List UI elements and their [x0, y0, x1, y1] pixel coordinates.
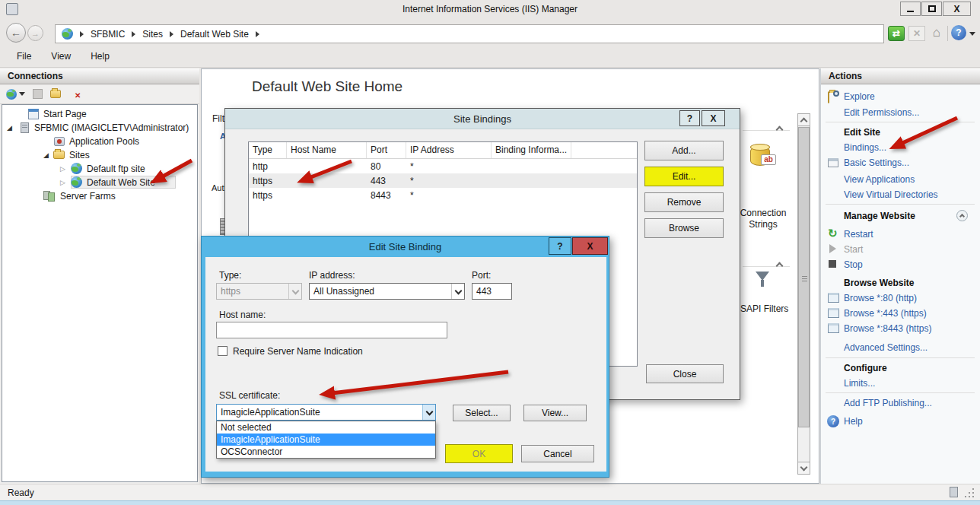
action-edit-permissions[interactable]: Edit Permissions... [844, 107, 919, 118]
tree-item-server[interactable]: ◢ SFBMIC (IMAGICLETV\Administrator) [7, 121, 189, 134]
action-browse-8443[interactable]: Browse *:8443 (https) [844, 323, 931, 334]
action-add-ftp-publishing[interactable]: Add FTP Publishing... [844, 398, 932, 408]
connection-strings-icon[interactable]: ab [750, 144, 776, 168]
collapsed-icon[interactable]: ▷ [60, 165, 68, 173]
tree-item-application-pools[interactable]: Application Pools [54, 135, 139, 148]
tree-item-default-ftp-site[interactable]: ▷ Default ftp site [60, 162, 145, 175]
col-host-name[interactable]: Host Name [287, 142, 367, 158]
tree-item-label: Sites [69, 150, 90, 160]
collapse-section-button[interactable] [956, 210, 968, 221]
edit-binding-titlebar[interactable]: Edit Site Binding ? X [202, 237, 609, 257]
help-dropdown-icon[interactable] [969, 32, 975, 36]
save-connections-icon[interactable] [33, 89, 43, 99]
type-combobox-disabled[interactable]: https [216, 283, 302, 300]
dialog-help-button[interactable]: ? [549, 237, 571, 255]
connections-tree: Start Page ◢ SFBMIC (IMAGICLETV\Administ… [2, 104, 198, 482]
bindings-table-header: Type Host Name Port IP Address Binding I… [249, 142, 637, 159]
breadcrumb-server[interactable]: SFBMIC [91, 29, 125, 40]
action-limits[interactable]: Limits... [844, 378, 875, 389]
ssl-certificate-combobox-open[interactable]: ImagicleApplicationSuite [216, 404, 436, 421]
help-icon: ? [827, 415, 839, 427]
expanded-icon[interactable]: ◢ [7, 124, 14, 132]
dialog-close-button-highlighted[interactable]: X [572, 237, 608, 255]
dialog-help-button[interactable]: ? [679, 110, 700, 126]
help-icon: ? [557, 241, 562, 252]
action-restart[interactable]: Restart [844, 229, 873, 240]
breadcrumb-default-web-site[interactable]: Default Web Site [180, 29, 249, 40]
col-binding-info[interactable]: Binding Informa... [492, 142, 571, 158]
menu-help[interactable]: Help [91, 51, 110, 62]
sni-checkbox[interactable] [218, 346, 228, 356]
help-button[interactable]: ? [951, 25, 966, 40]
menu-view[interactable]: View [51, 51, 71, 62]
action-stop[interactable]: Stop [844, 259, 863, 270]
dialog-close-button[interactable]: X [702, 110, 725, 126]
browse-button[interactable]: Browse [644, 218, 724, 238]
action-browse-443[interactable]: Browse *:443 (https) [844, 308, 927, 319]
scroll-up-button[interactable] [797, 113, 810, 126]
port-input[interactable]: 443 [472, 283, 512, 300]
group-collapse-icon[interactable] [776, 126, 784, 134]
refresh-button[interactable]: ⇄ [888, 26, 905, 41]
maximize-button[interactable] [921, 2, 942, 16]
back-button[interactable]: ← [6, 23, 26, 43]
table-row-https-443-selected[interactable]: https 443 * [249, 173, 637, 188]
view-certificate-button[interactable]: View... [523, 405, 587, 421]
main-scrollbar[interactable] [797, 113, 810, 475]
stop-refresh-button[interactable]: ✕ [908, 26, 925, 41]
scrollbar-thumb[interactable] [798, 127, 810, 427]
expanded-icon[interactable]: ◢ [43, 151, 51, 159]
remove-button[interactable]: Remove [644, 192, 724, 212]
breadcrumb-sites[interactable]: Sites [142, 29, 163, 40]
action-explore[interactable]: Explore [844, 91, 875, 102]
option-ocsconnector[interactable]: OCSConnector [217, 446, 435, 458]
action-view-applications[interactable]: View Applications [844, 174, 915, 185]
resize-grip[interactable] [965, 496, 966, 497]
action-advanced-settings[interactable]: Advanced Settings... [844, 342, 928, 353]
red-x-icon: ✕ [75, 91, 81, 100]
actions-panel: Actions Explore Edit Permissions... Edit… [820, 68, 980, 484]
iis-manager-window: Internet Information Services (IIS) Mana… [0, 0, 980, 505]
action-basic-settings[interactable]: Basic Settings... [844, 157, 909, 168]
table-row-http-80[interactable]: http 80 * [249, 159, 637, 173]
forward-button[interactable]: → [27, 25, 43, 41]
scroll-down-button[interactable] [797, 462, 810, 475]
host-name-input[interactable] [216, 322, 447, 338]
collapsed-icon[interactable]: ▷ [60, 179, 68, 186]
table-row-https-8443[interactable]: https 8443 * [249, 188, 637, 202]
tree-item-default-web-site[interactable]: ▷ Default Web Site [60, 176, 155, 189]
action-start-disabled[interactable]: Start [844, 244, 863, 255]
new-folder-icon[interactable] [50, 90, 61, 98]
add-button[interactable]: Add... [644, 141, 724, 160]
cancel-button[interactable]: Cancel [521, 445, 594, 462]
ok-button-highlighted-disabled[interactable]: OK [445, 444, 513, 463]
group-collapse-icon[interactable] [776, 262, 784, 270]
home-button[interactable]: ⌂ [928, 24, 945, 41]
ip-address-combobox[interactable]: All Unassigned [309, 283, 465, 300]
action-help[interactable]: Help [844, 416, 863, 427]
create-connection-button[interactable] [6, 89, 25, 100]
edit-button-highlighted[interactable]: Edit... [644, 167, 724, 186]
action-view-virtual-directories[interactable]: View Virtual Directories [844, 189, 938, 200]
close-button[interactable]: X [943, 2, 971, 16]
action-bindings[interactable]: Bindings... [844, 142, 886, 153]
tree-item-server-farms[interactable]: Server Farms [43, 189, 116, 202]
explore-icon [828, 91, 829, 103]
tree-item-label: Default Web Site [87, 177, 155, 188]
site-bindings-titlebar[interactable]: Site Bindings ? X [225, 109, 740, 129]
col-port[interactable]: Port [367, 142, 406, 158]
select-certificate-button[interactable]: Select... [453, 405, 511, 421]
tree-item-start-page[interactable]: Start Page [28, 107, 87, 120]
action-browse-80[interactable]: Browse *:80 (http) [844, 293, 917, 303]
minimize-button[interactable] [900, 2, 921, 16]
delete-connection-button[interactable]: ✕ [68, 88, 81, 100]
col-ip-address[interactable]: IP Address [406, 142, 492, 158]
menu-file[interactable]: File [17, 51, 31, 62]
title-bar[interactable]: Internet Information Services (IIS) Mana… [0, 0, 980, 21]
isapi-filters-icon[interactable] [751, 272, 777, 299]
tree-item-sites[interactable]: ◢ Sites [43, 148, 90, 161]
col-type[interactable]: Type [249, 142, 287, 158]
option-imagicle-selected[interactable]: ImagicleApplicationSuite [217, 434, 435, 446]
close-dialog-button[interactable]: Close [646, 364, 724, 383]
option-not-selected[interactable]: Not selected [217, 421, 435, 434]
